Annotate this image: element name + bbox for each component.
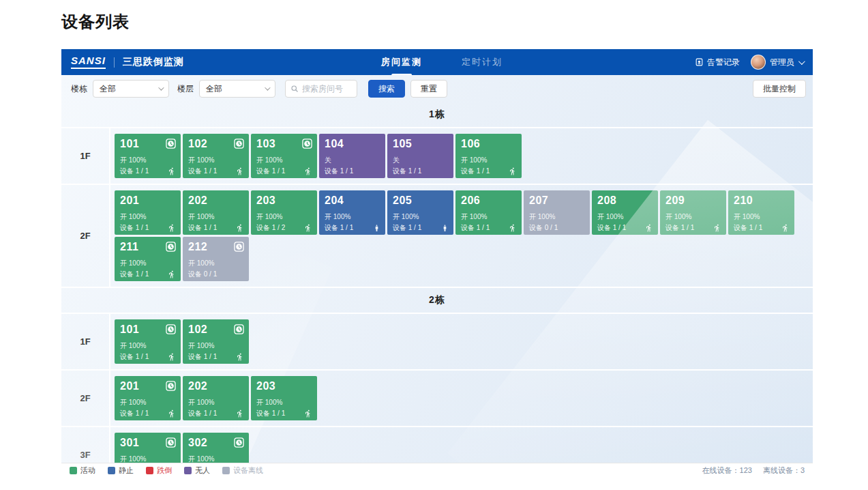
room-card[interactable]: 210开 100%设备 1 / 1 xyxy=(728,190,794,235)
floor-label: 3F xyxy=(61,427,110,463)
room-number: 102 xyxy=(188,323,207,336)
room-card[interactable]: 105关设备 1 / 1 xyxy=(387,134,453,178)
tab-schedule-plan[interactable]: 定时计划 xyxy=(462,49,503,75)
chevron-down-icon xyxy=(265,85,270,90)
room-card[interactable]: 202开 100%设备 1 / 1 xyxy=(183,376,249,420)
legend-label: 静止 xyxy=(119,465,134,476)
room-number: 212 xyxy=(188,241,207,253)
floor-row: 2F201开 100%设备 1 / 1202开 100%设备 1 / 1203开… xyxy=(61,185,813,288)
legend-label: 活动 xyxy=(80,465,95,476)
room-power-state: 开 100% xyxy=(120,455,176,463)
floor-filter-label: 楼层 xyxy=(177,83,194,95)
room-number: 106 xyxy=(461,138,480,150)
clock-icon xyxy=(302,139,312,149)
room-power-state: 开 100% xyxy=(120,156,176,165)
room-power-state: 关 xyxy=(393,156,449,165)
room-card[interactable]: 101开 100%设备 1 / 1 xyxy=(115,319,181,364)
clock-icon xyxy=(234,139,244,149)
room-number: 204 xyxy=(325,194,344,207)
room-power-state: 开 100% xyxy=(188,156,244,165)
floor-row: 2F201开 100%设备 1 / 1202开 100%设备 1 / 1203开… xyxy=(61,371,813,427)
room-number: 210 xyxy=(734,194,753,207)
room-card[interactable]: 209开 100%设备 1 / 1 xyxy=(660,190,726,235)
room-device-count: 设备 1 / 1 xyxy=(120,167,149,176)
status-legend: 活动静止跌倒无人设备离线 xyxy=(70,465,263,476)
room-power-state: 开 100% xyxy=(188,212,244,222)
room-device-count: 设备 1 / 1 xyxy=(120,352,149,362)
standing-person-icon xyxy=(373,223,380,233)
walking-person-icon xyxy=(168,409,176,418)
room-card[interactable]: 102开 100%设备 1 / 1 xyxy=(183,319,249,364)
room-power-state: 开 100% xyxy=(120,398,176,407)
room-number: 203 xyxy=(256,380,275,392)
floor-select[interactable]: 全部 xyxy=(199,80,275,98)
floor-select-value: 全部 xyxy=(206,83,222,95)
walking-person-icon xyxy=(304,409,312,418)
room-number: 103 xyxy=(256,138,275,150)
batch-control-button[interactable]: 批量控制 xyxy=(753,80,806,98)
room-card[interactable]: 101开 100%设备 1 / 1 xyxy=(115,134,181,178)
tab-room-monitoring[interactable]: 房间监测 xyxy=(381,49,422,75)
room-card[interactable]: 203开 100%设备 1 / 1 xyxy=(251,376,317,420)
building-header: 1栋 xyxy=(61,102,813,128)
room-device-count: 设备 0 / 1 xyxy=(188,270,217,279)
room-card[interactable]: 205开 100%设备 1 / 1 xyxy=(387,190,453,235)
room-card[interactable]: 302开 100%设备 1 / 1 xyxy=(183,433,249,463)
clock-icon xyxy=(166,324,176,334)
room-search-input[interactable] xyxy=(302,84,352,93)
room-device-count: 设备 0 / 1 xyxy=(529,223,558,233)
legend-swatch xyxy=(146,467,153,474)
floor-rooms: 101开 100%设备 1 / 1102开 100%设备 1 / 1 xyxy=(110,314,813,369)
user-menu[interactable]: 管理员 xyxy=(751,55,803,70)
room-number: 102 xyxy=(188,138,207,150)
room-power-state: 开 100% xyxy=(597,212,653,222)
room-card[interactable]: 201开 100%设备 1 / 1 xyxy=(115,190,181,235)
room-card[interactable]: 201开 100%设备 1 / 1 xyxy=(115,376,181,420)
search-button[interactable]: 搜索 xyxy=(368,80,405,98)
building-header: 2栋 xyxy=(61,288,813,314)
room-card[interactable]: 212开 100%设备 0 / 1 xyxy=(183,237,249,281)
room-device-count: 设备 1 / 1 xyxy=(461,223,490,233)
room-card[interactable]: 106开 100%设备 1 / 1 xyxy=(455,134,522,178)
chevron-down-icon xyxy=(798,58,805,65)
room-card[interactable]: 104关设备 1 / 1 xyxy=(319,134,385,178)
room-number: 203 xyxy=(256,194,275,207)
alarm-records-link[interactable]: 告警记录 xyxy=(695,57,740,68)
legend-item: 无人 xyxy=(184,465,210,476)
walking-person-icon xyxy=(168,270,176,279)
legend-item: 活动 xyxy=(70,465,95,476)
legend-item: 跌倒 xyxy=(146,465,172,476)
room-card[interactable]: 203开 100%设备 1 / 2 xyxy=(251,190,317,235)
room-power-state: 开 100% xyxy=(461,212,517,222)
room-number: 301 xyxy=(120,437,139,449)
room-card[interactable]: 103开 100%设备 1 / 1 xyxy=(251,134,317,178)
floor-rooms: 201开 100%设备 1 / 1202开 100%设备 1 / 1203开 1… xyxy=(110,185,813,287)
legend-swatch xyxy=(184,467,192,474)
room-device-count: 设备 1 / 1 xyxy=(256,409,285,418)
walking-person-icon xyxy=(509,167,517,176)
room-card[interactable]: 301开 100%设备 1 / 1 xyxy=(115,433,181,463)
room-card[interactable]: 102开 100%设备 1 / 1 xyxy=(183,134,249,178)
room-device-count: 设备 1 / 1 xyxy=(256,167,285,176)
building-select-value: 全部 xyxy=(100,83,116,95)
walking-person-icon xyxy=(236,352,244,362)
alarm-record-icon xyxy=(695,57,704,67)
nav-tabs: 房间监测 定时计划 xyxy=(381,49,503,75)
room-card[interactable]: 204开 100%设备 1 / 1 xyxy=(319,190,385,235)
room-device-count: 设备 1 / 2 xyxy=(256,223,285,233)
navbar-right: 告警记录 管理员 xyxy=(695,55,803,70)
room-card[interactable]: 211开 100%设备 1 / 1 xyxy=(115,237,181,281)
room-card[interactable]: 206开 100%设备 1 / 1 xyxy=(455,190,522,235)
room-card[interactable]: 202开 100%设备 1 / 1 xyxy=(183,190,249,235)
room-number: 205 xyxy=(393,194,412,207)
room-card[interactable]: 208开 100%设备 1 / 1 xyxy=(592,190,658,235)
room-number: 208 xyxy=(597,194,616,207)
room-number: 209 xyxy=(665,194,685,207)
building-select[interactable]: 全部 xyxy=(93,80,169,98)
room-card[interactable]: 207开 100%设备 0 / 1 xyxy=(524,190,590,235)
walking-person-icon xyxy=(168,223,176,233)
room-power-state: 开 100% xyxy=(188,341,244,351)
page-title: 设备列表 xyxy=(61,11,130,33)
room-number: 201 xyxy=(120,194,139,207)
reset-button[interactable]: 重置 xyxy=(410,80,447,98)
